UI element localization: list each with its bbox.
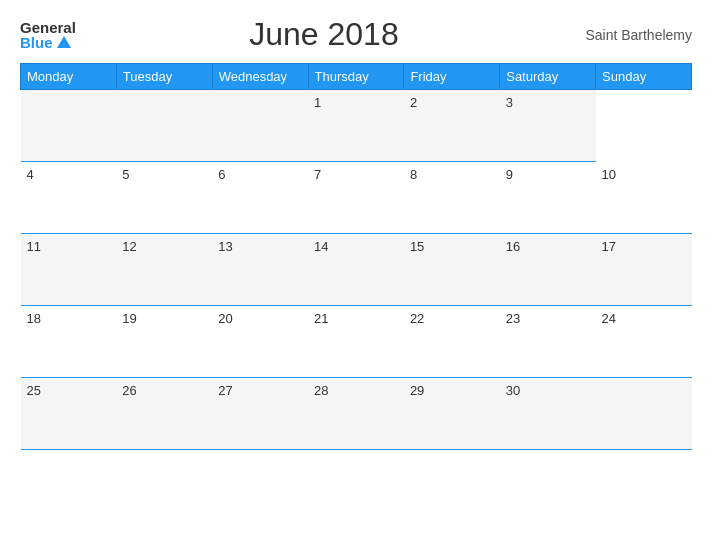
calendar-cell: 12 [116,234,212,306]
day-number: 10 [602,167,616,182]
calendar-cell: 24 [596,306,692,378]
day-number: 22 [410,311,424,326]
day-number: 18 [27,311,41,326]
calendar-cell: 8 [404,162,500,234]
day-number: 9 [506,167,513,182]
day-number: 2 [410,95,417,110]
logo-triangle-icon [57,36,71,48]
header-sunday: Sunday [596,64,692,90]
calendar-cell: 13 [212,234,308,306]
day-number: 15 [410,239,424,254]
day-number: 6 [218,167,225,182]
calendar-row: 18192021222324 [21,306,692,378]
header: General Blue June 2018 Saint Barthelemy [20,16,692,53]
calendar-cell: 11 [21,234,117,306]
calendar-row: 252627282930 [21,378,692,450]
calendar-cell: 10 [596,162,692,234]
header-monday: Monday [21,64,117,90]
logo-blue-text: Blue [20,35,71,50]
calendar-cell: 22 [404,306,500,378]
calendar-cell: 21 [308,306,404,378]
calendar-cell: 2 [404,90,500,162]
calendar-cell: 27 [212,378,308,450]
calendar-cell: 19 [116,306,212,378]
day-number: 29 [410,383,424,398]
day-number: 13 [218,239,232,254]
day-number: 28 [314,383,328,398]
calendar-row: 123 [21,90,692,162]
day-number: 20 [218,311,232,326]
page: General Blue June 2018 Saint Barthelemy … [0,0,712,550]
calendar-row: 45678910 [21,162,692,234]
day-number: 3 [506,95,513,110]
calendar-cell: 14 [308,234,404,306]
weekday-header-row: Monday Tuesday Wednesday Thursday Friday… [21,64,692,90]
day-number: 19 [122,311,136,326]
calendar-cell: 9 [500,162,596,234]
header-saturday: Saturday [500,64,596,90]
day-number: 8 [410,167,417,182]
calendar-cell: 26 [116,378,212,450]
header-friday: Friday [404,64,500,90]
calendar-cell: 20 [212,306,308,378]
calendar-cell: 15 [404,234,500,306]
day-number: 7 [314,167,321,182]
calendar-cell: 5 [116,162,212,234]
region-label: Saint Barthelemy [572,27,692,43]
day-number: 16 [506,239,520,254]
calendar-cell: 18 [21,306,117,378]
calendar-cell: 6 [212,162,308,234]
day-number: 24 [602,311,616,326]
calendar-cell: 25 [21,378,117,450]
header-tuesday: Tuesday [116,64,212,90]
calendar-cell [212,90,308,162]
day-number: 1 [314,95,321,110]
calendar-cell [21,90,117,162]
day-number: 4 [27,167,34,182]
logo: General Blue [20,20,76,50]
day-number: 17 [602,239,616,254]
day-number: 14 [314,239,328,254]
calendar-cell: 23 [500,306,596,378]
calendar-cell: 1 [308,90,404,162]
day-number: 12 [122,239,136,254]
header-thursday: Thursday [308,64,404,90]
calendar-table: Monday Tuesday Wednesday Thursday Friday… [20,63,692,450]
day-number: 21 [314,311,328,326]
calendar-cell [596,378,692,450]
calendar-cell: 30 [500,378,596,450]
calendar-cell [116,90,212,162]
calendar-cell: 7 [308,162,404,234]
logo-general-text: General [20,20,76,35]
day-number: 27 [218,383,232,398]
day-number: 25 [27,383,41,398]
calendar-cell: 17 [596,234,692,306]
calendar-cell: 4 [21,162,117,234]
calendar-cell: 16 [500,234,596,306]
day-number: 26 [122,383,136,398]
calendar-cell: 29 [404,378,500,450]
calendar-cell: 28 [308,378,404,450]
header-wednesday: Wednesday [212,64,308,90]
day-number: 23 [506,311,520,326]
day-number: 5 [122,167,129,182]
calendar-title: June 2018 [76,16,572,53]
day-number: 30 [506,383,520,398]
calendar-cell: 3 [500,90,596,162]
day-number: 11 [27,239,41,254]
calendar-row: 11121314151617 [21,234,692,306]
